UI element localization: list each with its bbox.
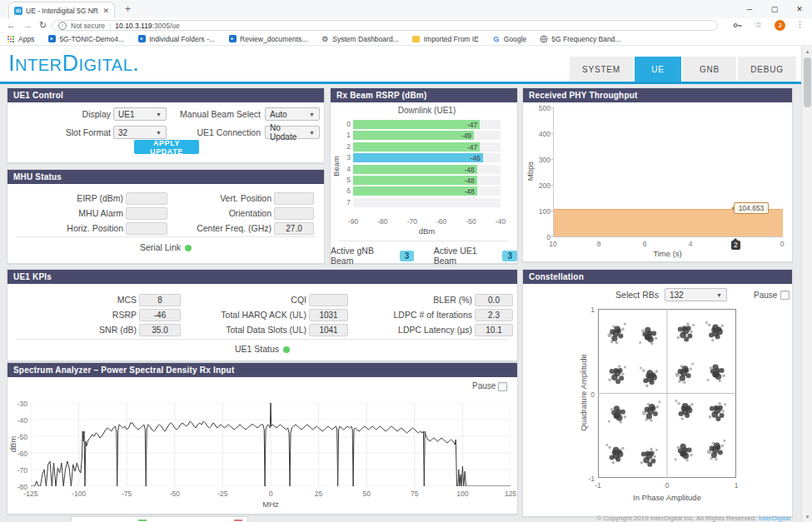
- notebook-icon: ▸: [228, 35, 237, 43]
- panel-spectrum-analyzer: Spectrum Analyzer – Power Spectral Densi…: [7, 362, 518, 515]
- spectrum-y-tick: -70: [9, 466, 27, 475]
- ue1-connection-select[interactable]: No Update▼: [265, 126, 320, 139]
- panel-title: UE1 Control: [7, 88, 324, 102]
- ldpc-of-iterations-field: 2.3: [475, 309, 513, 321]
- spectrum-x-tick: 50: [355, 490, 378, 498]
- center-freq-ghz-field: 27.0: [274, 222, 314, 235]
- new-tab-button[interactable]: +: [125, 3, 131, 15]
- bookmarks-bar: Apps▸5G-TONIC-Demo4...▸Individual Folder…: [0, 32, 812, 46]
- beam-value-label: -47: [467, 121, 477, 129]
- nav-tab-gnb[interactable]: GNB: [683, 57, 736, 82]
- minimize-icon[interactable]: ─: [737, 0, 762, 17]
- constellation-pause-label: Pause: [754, 291, 777, 300]
- ldpc-latency-s-label: LDPC Latency (µs): [7, 324, 472, 336]
- throughput-tooltip: 104.653: [734, 202, 769, 214]
- bookmark-label: Review_documents...: [240, 35, 307, 43]
- throughput-y-tick: 200: [529, 181, 550, 190]
- beam-value-label: -48: [464, 187, 474, 196]
- serial-link-status: Serial Link: [7, 242, 324, 252]
- beam-bar-track: [353, 198, 501, 207]
- throughput-x-tick: 10: [545, 240, 561, 248]
- bookmark-individual-folders[interactable]: ▸Individual Folders -...: [137, 35, 215, 43]
- bookmark-review-documents[interactable]: ▸Review_documents...: [228, 35, 307, 43]
- rsrp-x-axis-label: dBm: [353, 226, 501, 236]
- nav-tab-system[interactable]: SYSTEM: [570, 57, 633, 82]
- constellation-pause-checkbox[interactable]: [780, 291, 790, 300]
- bookmark-5g-tonic-demo4[interactable]: ▸5G-TONIC-Demo4...: [47, 35, 124, 43]
- ue1-status-led-icon: [283, 346, 290, 353]
- back-icon[interactable]: ←: [7, 20, 16, 30]
- beam-value-label: -47: [467, 143, 477, 152]
- active-ue1-beam-label: Active UE1 Beam: [434, 246, 496, 266]
- maximize-icon[interactable]: ▢: [762, 0, 787, 17]
- beam-bar-track: -49: [353, 131, 501, 140]
- beam-value-label: -48: [464, 166, 474, 174]
- beam-tick-label: 4: [341, 165, 351, 173]
- tab-title: UE - Interdigital 5G NR Dashboa: [26, 7, 99, 15]
- spectrum-x-tick: 100: [451, 490, 474, 498]
- chevron-down-icon: ▼: [309, 112, 315, 117]
- bookmark-star-icon[interactable]: ☆: [755, 20, 762, 29]
- throughput-x-tick: 6: [636, 240, 653, 248]
- browser-menu-icon[interactable]: ⋮: [796, 20, 804, 28]
- bookmark-google[interactable]: GGoogle: [492, 35, 526, 43]
- manual-beam-select-label: Manual Beam Select: [7, 108, 261, 121]
- page-scrollbar[interactable]: ▲ ▼: [801, 46, 812, 522]
- scroll-down-icon[interactable]: ▼: [802, 511, 812, 522]
- security-label: Not secure: [71, 22, 105, 30]
- beam-bar: -46: [353, 153, 483, 162]
- bookmark-system-dashboard[interactable]: ⚙System Dashboard...: [321, 35, 398, 43]
- refresh-icon[interactable]: ↻: [39, 20, 47, 31]
- panel-title: Spectrum Analyzer – Power Spectral Densi…: [7, 363, 517, 377]
- beam-tick-label: 2: [341, 142, 351, 151]
- scrollbar-thumb[interactable]: [804, 57, 811, 107]
- globe-icon: [540, 35, 548, 43]
- beam-bar-track: -48: [353, 176, 501, 185]
- bookmark-5g-frequency-band[interactable]: 5G Frequency Band...: [540, 35, 620, 43]
- info-icon[interactable]: i: [58, 22, 67, 30]
- orientation-label: Orientation: [7, 207, 271, 220]
- app-window: ID UE - Interdigital 5G NR Dashboa ✕ + ─…: [0, 0, 812, 522]
- ldpc-of-iterations-label: LDPC # of Iterations: [7, 309, 472, 321]
- throughput-chart: [553, 107, 783, 237]
- panel-title: UE1 KPIs: [7, 270, 517, 284]
- scroll-up-icon[interactable]: ▲: [802, 46, 812, 57]
- throughput-y-tick: 400: [529, 130, 550, 138]
- site-header: INTERDIGITAL. SYSTEMUEGNBDEBUG: [0, 46, 812, 84]
- spectrum-pause-checkbox[interactable]: [498, 382, 507, 391]
- spectrum-x-axis-label: MHz: [31, 500, 511, 509]
- spectrum-y-tick: -80: [9, 483, 27, 491]
- panel-title: Rx Beam RSRP (dBm): [331, 88, 517, 102]
- panel-mhu-status: MHU Status Serial Link EIRP (dBm)Vert. P…: [7, 169, 325, 264]
- throughput-y-tick: 100: [529, 207, 550, 216]
- interdigital-logo: INTERDIGITAL.: [8, 51, 139, 77]
- folder-icon: [412, 35, 421, 43]
- constellation-y-tick: 0: [576, 390, 595, 399]
- active-ue1-beam-badge: 3: [502, 251, 517, 261]
- address-bar[interactable]: i Not secure | 10.10.3.119:3005/ue: [52, 20, 718, 31]
- apply-update-button[interactable]: APPLY UPDATE: [134, 140, 199, 154]
- browser-tab[interactable]: ID UE - Interdigital 5G NR Dashboa ✕: [8, 2, 115, 18]
- rsrp-x-tick: -40: [491, 217, 511, 226]
- bler-label: BLER (%): [7, 294, 472, 306]
- manual-beam-select-select[interactable]: Auto▼: [265, 107, 320, 121]
- key-icon[interactable]: [733, 21, 742, 30]
- nav-tab-ue[interactable]: UE: [635, 57, 681, 82]
- rsrp-x-tick: -80: [372, 217, 392, 226]
- rsrp-chart-subtitle: Downlink (UE1): [353, 106, 501, 115]
- forward-icon[interactable]: →: [23, 20, 32, 30]
- constellation-x-tick: -1: [590, 481, 606, 490]
- dashboard-icon: ⚙: [321, 35, 329, 43]
- bookmark-apps[interactable]: Apps: [7, 35, 34, 43]
- close-icon[interactable]: ✕: [787, 0, 812, 17]
- spectrum-x-tick: 125: [499, 490, 522, 498]
- beam-bar: -47: [353, 120, 480, 129]
- panel-phy-throughput: Received PHY Throughput 104.653 Mbps Tim…: [522, 87, 793, 262]
- nav-tab-debug[interactable]: DEBUG: [738, 57, 796, 82]
- select-rbs-dropdown[interactable]: 132▼: [665, 288, 727, 301]
- footer-link[interactable]: InterDigital: [759, 515, 790, 522]
- avatar[interactable]: J: [775, 20, 785, 31]
- serial-link-led-icon: [185, 245, 192, 251]
- bookmark-imported-from-ie[interactable]: Imported From IE: [412, 35, 479, 43]
- tab-close-icon[interactable]: ✕: [102, 7, 109, 15]
